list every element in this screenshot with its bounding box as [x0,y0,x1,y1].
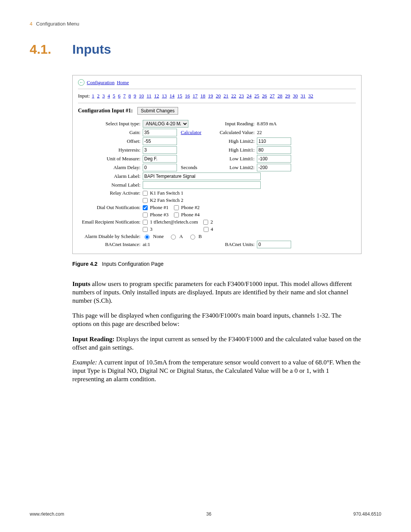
uom-field[interactable] [143,155,177,163]
alarm-delay-field[interactable] [143,164,177,171]
input-link-20[interactable]: 20 [216,93,221,99]
phone2-checkbox[interactable] [174,205,179,210]
alarm-disable-a-radio[interactable] [171,235,176,240]
phone4-label: Phone #4 [181,212,200,218]
input-link-11[interactable]: 11 [147,93,151,99]
document-page: 4 Configuration Menu 4.1. Inputs ← Confi… [0,0,411,532]
section-number: 4.1. [30,42,72,57]
low-limit2-label: Low Limit2: [211,165,257,171]
figure-screenshot: ← Configuration Home Input: 1 2 3 4 5 6 … [72,75,362,254]
hysteresis-field[interactable] [143,146,177,154]
input-link-31[interactable]: 31 [301,93,306,99]
chapter-title: Configuration Menu [36,21,79,27]
offset-label: Offset: [78,138,143,144]
input-link-3[interactable]: 3 [102,93,105,99]
divider [78,103,356,103]
input-number-links: Input: 1 2 3 4 5 6 7 8 9 10 11 12 13 14 … [78,93,356,99]
relay-k2-checkbox[interactable] [143,198,148,203]
input-link-32[interactable]: 32 [308,93,313,99]
high-limit1-field[interactable] [257,146,291,154]
high-limit1-label: High Limit1: [211,147,257,153]
input-link-17[interactable]: 17 [193,93,198,99]
config-header-row: Configuration Input #1: Submit Changes [78,107,356,115]
input-link-13[interactable]: 13 [162,93,167,99]
input-link-9[interactable]: 9 [134,93,136,99]
email2-label: 2 [210,219,213,225]
phone2-label: Phone #2 [181,204,200,211]
page-header: 4 Configuration Menu [30,21,381,27]
phone3-label: Phone #3 [150,212,169,218]
alarm-disable-b-radio[interactable] [190,235,195,240]
phone3-checkbox[interactable] [143,212,148,217]
email1-checkbox[interactable] [143,220,148,225]
alarm-disable-none-label: None [153,233,164,240]
input-link-5[interactable]: 5 [113,93,115,99]
calculated-value-value: 22 [257,129,287,136]
config-form: Select Input type: ANALOG 4-20 MA Input … [78,120,356,248]
back-icon[interactable]: ← [78,79,84,86]
email4-checkbox[interactable] [204,227,209,232]
phone4-checkbox[interactable] [174,212,179,217]
input-link-25[interactable]: 25 [254,93,259,99]
normal-label-field[interactable] [143,181,261,189]
footer-left: www.rletech.com [30,511,64,517]
alarm-label-field[interactable] [143,173,261,180]
email2-checkbox[interactable] [203,220,208,225]
input-link-23[interactable]: 23 [239,93,244,99]
input-link-27[interactable]: 27 [270,93,275,99]
email3-checkbox[interactable] [143,227,148,232]
input-link-30[interactable]: 30 [293,93,298,99]
phone1-checkbox[interactable] [143,205,148,210]
input-link-18[interactable]: 18 [201,93,206,99]
input-link-8[interactable]: 8 [129,93,131,99]
select-input-type-label: Select Input type: [78,121,143,127]
footer-right: 970.484.6510 [354,511,381,517]
config-link[interactable]: Configuration [87,80,115,86]
input-link-24[interactable]: 24 [247,93,252,99]
paragraph-4: Example: A current input of 10.5mA from … [72,358,362,383]
relay-k1-checkbox[interactable] [143,191,148,196]
example-italic: Example: [72,359,97,366]
input-link-7[interactable]: 7 [123,93,126,99]
figure-caption: Figure 4.2 Inputs Configuration Page [72,261,381,267]
input-link-12[interactable]: 12 [154,93,159,99]
low-limit2-field[interactable] [257,164,291,171]
p4-text: A current input of 10.5mA from the tempe… [72,359,360,383]
body-text: Inputs allow users to program specific p… [72,280,362,383]
input-link-26[interactable]: 26 [262,93,267,99]
hysteresis-label: Hysteresis: [78,147,143,153]
low-limit1-field[interactable] [257,155,291,163]
input-link-4[interactable]: 4 [108,93,110,99]
select-input-type-field[interactable]: ANALOG 4-20 MA [143,120,188,128]
input-link-15[interactable]: 15 [177,93,182,99]
home-link[interactable]: Home [117,80,129,86]
input-link-2[interactable]: 2 [97,93,100,99]
submit-button[interactable]: Submit Changes [137,107,178,115]
calculated-value-label: Calculated Value: [211,129,257,136]
alarm-disable-b-label: B [199,233,202,240]
input-link-10[interactable]: 10 [139,93,144,99]
normal-label-label: Normal Label: [78,182,143,188]
input-link-6[interactable]: 6 [118,93,121,99]
input-link-19[interactable]: 19 [208,93,213,99]
offset-field[interactable] [143,137,177,145]
input-link-28[interactable]: 28 [277,93,282,99]
input-link-14[interactable]: 14 [170,93,175,99]
inputs-bold: Inputs [72,280,90,288]
input-label: Input: [78,93,90,99]
input-link-16[interactable]: 16 [185,93,190,99]
input-link-29[interactable]: 29 [285,93,290,99]
footer-center: 36 [206,511,211,517]
calculator-link[interactable]: Calculator [181,129,201,135]
alarm-disable-none-radio[interactable] [145,235,150,240]
paragraph-2: This page will be displayed when configu… [72,312,362,328]
input-link-21[interactable]: 21 [223,93,228,99]
input-link-22[interactable]: 22 [231,93,236,99]
input-link-1[interactable]: 1 [92,93,94,99]
bacnet-units-field[interactable] [257,241,291,248]
chapter-number: 4 [30,21,32,27]
gain-field[interactable] [143,129,177,136]
uom-label: Unit of Measure: [78,156,143,162]
divider [78,89,356,89]
high-limit2-field[interactable] [257,137,291,145]
